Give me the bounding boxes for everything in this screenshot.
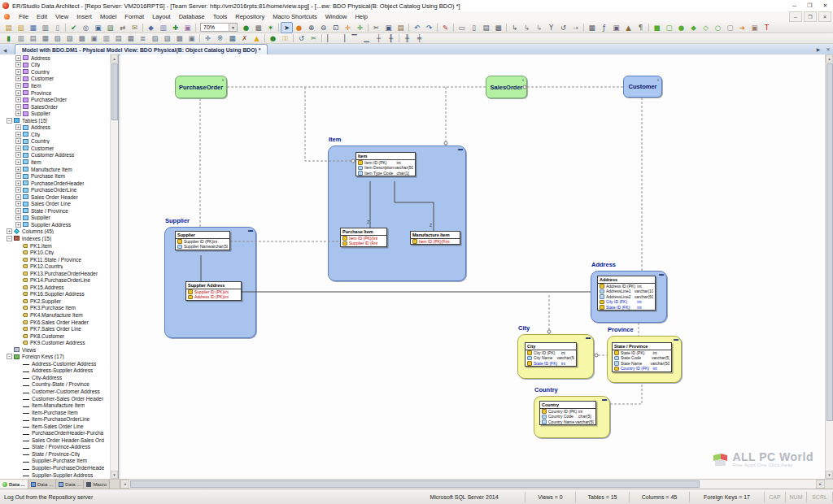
redo-button[interactable]: ↷	[423, 22, 435, 33]
tree-item[interactable]: +Manufacture Item	[0, 166, 111, 173]
collapse-icon[interactable]: ▬	[602, 398, 607, 402]
tree-item[interactable]: Item-Sales Order Line	[0, 423, 111, 430]
tree-expander[interactable]: +	[15, 180, 21, 186]
mdi-minimize-button[interactable]: ─	[789, 11, 802, 22]
default-binding-button[interactable]: ▩	[76, 33, 88, 44]
tree-item[interactable]: PK15.Address	[0, 284, 111, 291]
tree-expander[interactable]: +	[15, 83, 21, 89]
tree-item[interactable]: PK7.Sales Order Line	[0, 325, 111, 332]
align-center-vertical-button[interactable]: ╂	[385, 33, 397, 44]
tree-item[interactable]: Customer-Customer Address	[0, 388, 111, 395]
entity-properties-button[interactable]: ▦	[39, 33, 51, 44]
line-tool-button[interactable]: ➜	[736, 22, 748, 33]
align-bottom-button[interactable]: ▁	[360, 33, 373, 44]
identifying-relationship-button[interactable]: ↳	[508, 22, 521, 33]
main-model-button[interactable]: ▮	[2, 33, 15, 44]
security-editor-button[interactable]: ▣	[185, 33, 198, 44]
copy-object-button[interactable]: ▣	[181, 22, 194, 33]
schema-object-button[interactable]: ▦	[586, 22, 598, 33]
tree-item[interactable]: +Supplier	[0, 110, 111, 117]
format-painter-button[interactable]: ✎	[439, 22, 451, 33]
table-supplier-address[interactable]: Supplier AddressSupplier ID (PK)(FK)intA…	[185, 281, 242, 301]
selection-pointer-button[interactable]: ➤	[281, 22, 293, 33]
align-center-horizontal-button[interactable]: ┼	[373, 33, 385, 44]
overview-window-button[interactable]: ▣	[92, 22, 104, 33]
menu-insert[interactable]: Insert	[72, 11, 96, 22]
collapse-icon[interactable]: ▬	[586, 336, 591, 340]
mdi-close-button[interactable]: ✕	[818, 11, 831, 22]
tree-item[interactable]: −Indexes (15)	[0, 235, 111, 242]
scroll-right-icon[interactable]: ►	[816, 480, 825, 489]
rename-object-button[interactable]: ▦	[124, 33, 137, 44]
mover-tool-button[interactable]: ✛	[354, 22, 366, 33]
menu-file[interactable]: File	[15, 11, 33, 22]
send-mail-button[interactable]: ✉	[129, 22, 141, 33]
tree-item[interactable]: Item-PurchaseOrderLine	[0, 415, 111, 423]
add-submodel-button[interactable]: ▥	[15, 33, 27, 44]
rotate-object-button[interactable]: ↺	[295, 33, 307, 44]
copy-table-button[interactable]: ▤	[112, 33, 124, 44]
shape-hexagon-button[interactable]: ◇	[700, 22, 712, 33]
paste-button[interactable]: ▤	[395, 22, 407, 33]
tree-item[interactable]: PK3.Purchase Item	[0, 305, 111, 312]
tree-item[interactable]: +City	[0, 62, 111, 69]
repository-window-button[interactable]: ▥	[157, 22, 169, 33]
tree-item[interactable]: +City	[0, 131, 111, 138]
maximize-button[interactable]: ❐	[802, 1, 818, 11]
menu-format[interactable]: Format	[120, 11, 148, 22]
tree-item[interactable]: +Province	[0, 89, 111, 97]
tree-expander[interactable]: −	[7, 236, 12, 241]
tree-expander[interactable]: +	[15, 104, 21, 110]
save-button[interactable]: ▦	[27, 22, 39, 33]
mdi-restore-button[interactable]: ❐	[804, 11, 817, 22]
non-specific-relationship-button[interactable]: ↳	[533, 22, 545, 33]
tree-item[interactable]: +PurchaseOrderHeader	[0, 180, 111, 187]
rule-binding-button[interactable]: ▨	[63, 33, 76, 44]
add-object-button[interactable]: ✚	[169, 22, 181, 33]
entity-tool-button[interactable]: ▭	[456, 22, 468, 33]
tree-expander[interactable]: −	[7, 118, 12, 124]
tree-item[interactable]: +Customer	[0, 76, 111, 83]
menu-edit[interactable]: Edit	[33, 11, 51, 22]
table-manufacture-item[interactable]: Manufacture ItemItem ID (PK)(FK)int	[410, 231, 460, 245]
menu-view[interactable]: View	[51, 11, 72, 22]
tree-item[interactable]: +Country	[0, 68, 111, 76]
tree-item[interactable]: +Columns (45)	[0, 228, 111, 236]
entity-salesorder[interactable]: SalesOrder▪	[486, 76, 527, 98]
tree-item[interactable]: PK1.Item	[0, 242, 111, 250]
table-state-province[interactable]: State / ProvinceState ID (PK)intState Co…	[612, 342, 672, 372]
trigger-tool-button[interactable]: ▲	[622, 22, 635, 33]
storage-editor-button[interactable]: ▩	[173, 33, 185, 44]
menu-macro-shortcuts[interactable]: Macro Shortcuts	[268, 11, 321, 22]
explorer-tab-macro[interactable]: Macro	[84, 480, 110, 489]
compare-merge-button[interactable]: ⇄	[116, 22, 129, 33]
tree-item[interactable]: −Foreign Keys (17)	[0, 354, 111, 361]
menu-window[interactable]: Window	[321, 11, 351, 22]
find-object-button[interactable]: ◎	[80, 22, 92, 33]
tree-scrollbar[interactable]: ▲ ▼	[110, 54, 118, 479]
tree-item[interactable]: Customer-Sales Order Header	[0, 395, 111, 402]
tree-expander[interactable]: +	[15, 62, 21, 67]
collapse-icon[interactable]: ▬	[248, 228, 253, 232]
tree-item[interactable]: PK13.PurchaseOrderHeader	[0, 270, 111, 277]
web-publish-button[interactable]: ●	[267, 33, 279, 44]
tree-item[interactable]: PK2.Supplier	[0, 298, 111, 305]
align-left-button[interactable]: ▏	[324, 33, 336, 44]
print-preview-button[interactable]: ▯	[51, 22, 63, 33]
tree-item[interactable]: Address-Supplier Address	[0, 367, 111, 375]
tree-item[interactable]: PK4.Manufacture Item	[0, 311, 111, 319]
tree-item[interactable]: PK10.City	[0, 249, 111, 256]
collapse-icon[interactable]: ▬	[674, 337, 678, 341]
entity-purchaseorder[interactable]: PurchaseOrder▪	[175, 76, 227, 98]
annotation-tool-button[interactable]: ¶	[635, 22, 647, 33]
document-tab[interactable]: Model with BDO.DM1 - Physical Model View…	[15, 44, 268, 54]
explorer-tab-data[interactable]: Data ...	[0, 480, 28, 489]
tree-item[interactable]: PK12.Country	[0, 263, 111, 270]
tree-expander[interactable]: +	[15, 138, 21, 144]
tree-item[interactable]: Address-Customer Address	[0, 360, 111, 367]
security-key-button[interactable]: ⚿	[279, 33, 291, 44]
table-address[interactable]: AddressAddress ID (PK)intAddressLine1var…	[597, 276, 656, 311]
usage-report-button[interactable]: ▨	[161, 33, 173, 44]
tree-item[interactable]: Supplier-PurchaseOrderHeade	[0, 464, 111, 471]
tree-expander[interactable]: +	[15, 208, 21, 214]
